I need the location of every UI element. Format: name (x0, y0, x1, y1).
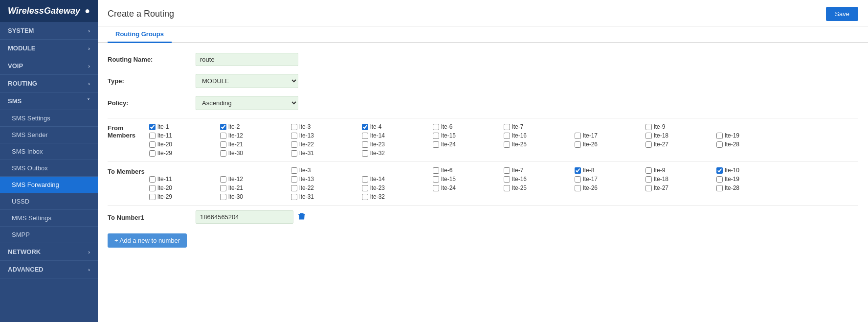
sidebar-item-sms-settings[interactable]: SMS Settings (0, 110, 98, 127)
type-select[interactable]: MODULE VOIP (196, 74, 298, 88)
from-member-lte20: lte-20 (149, 141, 220, 148)
to-member-empty4 (787, 167, 858, 174)
from-member-lte15: lte-15 (433, 132, 504, 139)
to-members-row4: lte-29 lte-30 lte-31 lte-32 (149, 193, 858, 200)
to-member-lte12: lte-12 (220, 176, 291, 183)
to-member-lte8: lte-8 (575, 167, 645, 174)
from-member-lte6: lte-6 (433, 123, 504, 130)
from-member-lte13: lte-13 (291, 132, 362, 139)
to-member-lte32: lte-32 (362, 193, 433, 200)
to-members-label: To Members (108, 167, 149, 175)
from-member-empty1 (575, 123, 645, 130)
to-member-lte16: lte-16 (504, 176, 575, 183)
to-member-lte24: lte-24 (433, 184, 504, 191)
sidebar-item-advanced[interactable]: ADVANCED › (0, 261, 98, 278)
sidebar-item-sms-inbox[interactable]: SMS Inbox (0, 143, 98, 160)
trash-icon (297, 212, 306, 221)
from-member-lte22: lte-22 (291, 141, 362, 148)
chevron-right-icon: › (88, 81, 90, 87)
to-member-lte10: lte-10 (716, 167, 787, 174)
sidebar-item-sms-outbox[interactable]: SMS Outbox (0, 160, 98, 177)
chevron-right-icon: › (88, 63, 90, 69)
to-member-lte22: lte-22 (291, 184, 362, 191)
logo-text: WirelessGateway (8, 6, 80, 16)
to-member-lte27: lte-27 (645, 184, 716, 191)
to-member-lte15: lte-15 (433, 176, 504, 183)
to-member-lte14: lte-14 (362, 176, 433, 183)
to-member-lte19: lte-19 (716, 176, 787, 183)
from-member-lte23: lte-23 (362, 141, 433, 148)
from-member-lte17: lte-17 (575, 132, 645, 139)
wifi-icon: ● (85, 6, 90, 16)
to-member-lte25: lte-25 (504, 184, 575, 191)
from-member-empty2 (716, 123, 787, 130)
from-members-row: From Members lte-1 lte-2 lte-3 lte-4 lte… (108, 118, 858, 157)
from-member-empty4 (787, 132, 858, 139)
to-member-lte6: lte-6 (433, 167, 504, 174)
routing-name-input[interactable] (196, 53, 298, 66)
from-member-lte30: lte-30 (220, 150, 291, 157)
to-member-lte7: lte-7 (504, 167, 575, 174)
chevron-right-icon: › (88, 249, 90, 255)
chevron-right-icon: › (88, 28, 90, 34)
sidebar-item-ussd[interactable]: USSD (0, 193, 98, 210)
sidebar-item-voip[interactable]: VOIP › (0, 57, 98, 75)
sidebar-item-system[interactable]: SYSTEM › (0, 22, 98, 40)
from-members-grid: lte-1 lte-2 lte-3 lte-4 lte-6 lte-7 lte-… (149, 123, 858, 157)
from-members-row2: lte-11 lte-12 lte-13 lte-14 lte-15 lte-1… (149, 132, 858, 139)
app-logo: WirelessGateway ● (0, 0, 98, 22)
to-number-input[interactable] (196, 210, 293, 224)
from-member-lte7: lte-7 (504, 123, 575, 130)
sidebar-item-module[interactable]: MODULE › (0, 40, 98, 57)
from-member-lte14: lte-14 (362, 132, 433, 139)
policy-select[interactable]: Ascending Descending Round Robin (196, 96, 298, 110)
delete-to-number-button[interactable] (297, 212, 306, 223)
sidebar-item-mms-settings[interactable]: MMS Settings (0, 210, 98, 227)
from-member-lte31: lte-31 (291, 150, 362, 157)
to-member-empty2 (220, 167, 291, 174)
to-member-lte17: lte-17 (575, 176, 645, 183)
to-member-lte3: lte-3 (291, 167, 362, 174)
sidebar-item-sms-sender[interactable]: SMS Sender (0, 127, 98, 143)
from-member-lte26: lte-26 (575, 141, 645, 148)
save-button[interactable]: Save (826, 7, 858, 21)
sidebar-item-sms[interactable]: SMS ˅ (0, 92, 98, 110)
to-members-grid: lte-3 lte-6 lte-7 lte-8 lte-9 lte-10 lte… (149, 167, 858, 200)
sidebar-item-sms-forwarding[interactable]: SMS Forwarding (0, 177, 98, 193)
to-number-label: To Number1 (108, 213, 196, 221)
from-member-lte12: lte-12 (220, 132, 291, 139)
sidebar-item-network[interactable]: NETWORK › (0, 243, 98, 261)
sidebar-item-routing[interactable]: ROUTING › (0, 75, 98, 92)
from-member-lte29: lte-29 (149, 150, 220, 157)
from-member-lte1: lte-1 (149, 123, 220, 130)
to-members-row2: lte-11 lte-12 lte-13 lte-14 lte-15 lte-1… (149, 176, 858, 183)
sidebar-item-smpp[interactable]: SMPP (0, 227, 98, 243)
chevron-right-icon: › (88, 46, 90, 51)
to-members-row1: lte-3 lte-6 lte-7 lte-8 lte-9 lte-10 (149, 167, 858, 174)
from-members-row3: lte-20 lte-21 lte-22 lte-23 lte-24 lte-2… (149, 141, 858, 148)
from-member-lte4: lte-4 (362, 123, 433, 130)
from-member-lte28: lte-28 (716, 141, 787, 148)
policy-row: Policy: Ascending Descending Round Robin (108, 96, 858, 110)
from-member-lte11: lte-11 (149, 132, 220, 139)
to-member-lte30: lte-30 (220, 193, 291, 200)
tab-bar: Routing Groups (98, 26, 868, 43)
to-member-lte21: lte-21 (220, 184, 291, 191)
to-member-empty3 (362, 167, 433, 174)
from-member-empty5 (787, 141, 858, 148)
to-member-lte11: lte-11 (149, 176, 220, 183)
from-member-lte9: lte-9 (645, 123, 716, 130)
from-member-lte19: lte-19 (716, 132, 787, 139)
from-members-row4: lte-29 lte-30 lte-31 lte-32 (149, 150, 858, 157)
from-member-lte16: lte-16 (504, 132, 575, 139)
to-member-lte28: lte-28 (716, 184, 787, 191)
from-member-lte25: lte-25 (504, 141, 575, 148)
from-member-lte32: lte-32 (362, 150, 433, 157)
from-members-label: From Members (108, 123, 149, 139)
from-member-lte18: lte-18 (645, 132, 716, 139)
add-number-section: + Add a new to number (108, 230, 858, 248)
to-member-lte20: lte-20 (149, 184, 220, 191)
tab-routing-groups[interactable]: Routing Groups (108, 26, 172, 43)
from-members-row1: lte-1 lte-2 lte-3 lte-4 lte-6 lte-7 lte-… (149, 123, 858, 130)
add-new-to-number-button[interactable]: + Add a new to number (108, 233, 187, 248)
